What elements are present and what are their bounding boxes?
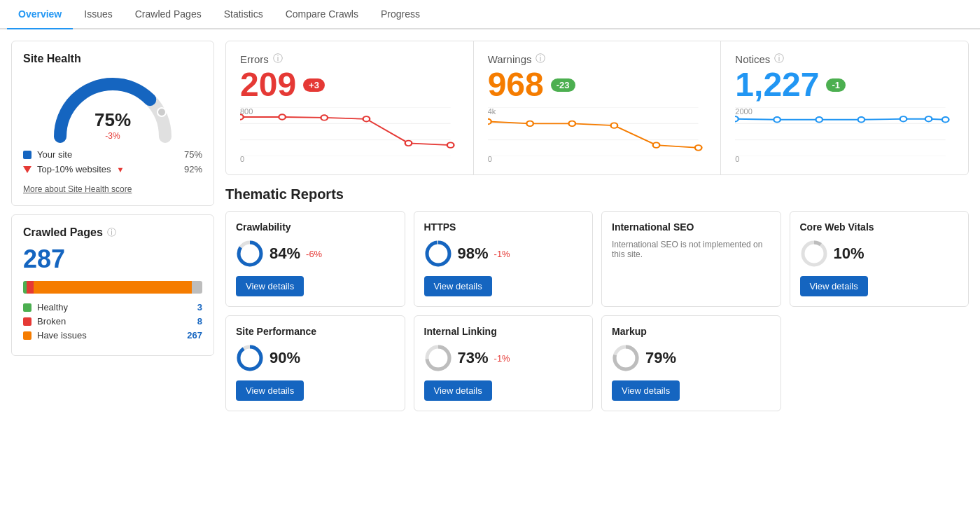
- sidebar: Site Health 75% -3%: [11, 41, 214, 505]
- svg-point-39: [239, 347, 261, 369]
- bar-broken: [27, 281, 34, 294]
- site-performance-score: 90%: [270, 349, 300, 367]
- errors-chart-bottom: 0: [240, 155, 244, 163]
- international-seo-note: International SEO is not implemented on …: [612, 240, 771, 259]
- svg-point-9: [405, 141, 412, 146]
- https-change: -1%: [494, 249, 510, 259]
- report-international-seo: International SEO International SEO is n…: [601, 211, 781, 307]
- tab-progress[interactable]: Progress: [370, 0, 431, 29]
- have-issues-label: Have issues: [37, 330, 87, 341]
- legend-broken: Broken 8: [23, 316, 202, 327]
- chevron-down-icon: ▼: [117, 165, 125, 174]
- thematic-row1: Crawlability 84% -6% View details HTTPS: [225, 211, 969, 307]
- notices-title: Notices: [735, 53, 770, 65]
- notices-line-chart: [735, 107, 954, 156]
- internal-linking-score-row: 73% -1%: [424, 344, 583, 372]
- tab-overview[interactable]: Overview: [7, 0, 73, 29]
- internal-linking-title: Internal Linking: [424, 326, 583, 337]
- svg-point-35: [427, 242, 449, 265]
- healthy-count: 3: [197, 302, 202, 312]
- https-view-btn[interactable]: View details: [424, 276, 492, 296]
- core-web-vitals-score: 10%: [834, 245, 864, 263]
- internal-linking-score: 73%: [458, 349, 489, 367]
- notices-chart-top: 2000: [735, 107, 752, 116]
- errors-chart-top: 800: [240, 107, 253, 116]
- warnings-chart: 4k 0: [488, 107, 707, 163]
- tab-statistics[interactable]: Statistics: [213, 0, 274, 29]
- report-internal-linking: Internal Linking 73% -1% View details: [414, 315, 594, 411]
- have-issues-count: 267: [187, 330, 202, 341]
- tab-compare-crawls[interactable]: Compare Crawls: [274, 0, 370, 29]
- metrics-row: Errors ⓘ 209 +3 800: [225, 41, 969, 175]
- markup-score: 79%: [645, 349, 676, 367]
- thematic-reports-title: Thematic Reports: [225, 186, 969, 202]
- core-web-vitals-score-row: 10%: [800, 240, 959, 268]
- svg-point-20: [695, 145, 702, 150]
- svg-point-6: [279, 114, 286, 119]
- site-performance-title: Site Performance: [236, 326, 395, 337]
- svg-point-30: [925, 116, 932, 121]
- internal-linking-change: -1%: [494, 353, 510, 364]
- crawlability-view-btn[interactable]: View details: [236, 276, 304, 296]
- site-performance-donut: [236, 344, 264, 372]
- svg-point-25: [735, 116, 738, 121]
- svg-point-10: [447, 142, 454, 147]
- https-title: HTTPS: [424, 221, 583, 233]
- markup-score-row: 79%: [612, 344, 771, 372]
- more-site-health-link[interactable]: More about Site Health score: [23, 184, 132, 194]
- crawlability-score: 84%: [270, 245, 300, 263]
- svg-point-31: [942, 117, 949, 122]
- tab-bar: Overview Issues Crawled Pages Statistics…: [0, 0, 980, 29]
- site-health-gauge: 75% -3%: [23, 74, 202, 144]
- crawlability-score-row: 84% -6%: [236, 240, 395, 268]
- crawlability-change: -6%: [306, 249, 322, 259]
- svg-point-8: [363, 116, 370, 121]
- markup-title: Markup: [612, 326, 771, 337]
- errors-line-chart: [240, 107, 459, 156]
- legend-your-site: Your site 75%: [23, 149, 202, 160]
- crawled-pages-card: Crawled Pages ⓘ 287 Healthy 3 Broken 8: [11, 214, 214, 356]
- crawlability-donut: [236, 240, 264, 268]
- svg-point-27: [816, 117, 823, 122]
- svg-point-15: [488, 119, 491, 124]
- svg-point-17: [568, 121, 575, 126]
- crawlability-title: Crawlability: [236, 221, 395, 233]
- markup-view-btn[interactable]: View details: [612, 380, 680, 401]
- notices-value: 1,227: [735, 68, 819, 102]
- broken-label: Broken: [37, 316, 66, 327]
- svg-point-19: [652, 142, 659, 147]
- crawled-bar: [23, 281, 202, 294]
- healthy-label: Healthy: [37, 302, 68, 312]
- gauge-percent: 75%: [94, 109, 131, 131]
- warnings-title: Warnings: [488, 53, 532, 65]
- notices-chart-bottom: 0: [735, 155, 739, 163]
- legend-your-site-label: Your site: [37, 149, 72, 160]
- site-performance-score-row: 90%: [236, 344, 395, 372]
- warnings-badge: -23: [551, 78, 575, 92]
- green-dot-icon: [23, 303, 31, 312]
- warnings-line-chart: [488, 107, 707, 156]
- international-seo-title: International SEO: [612, 221, 771, 233]
- warnings-chart-bottom: 0: [488, 155, 492, 163]
- site-health-title: Site Health: [23, 53, 202, 65]
- warnings-info-icon: ⓘ: [536, 53, 545, 65]
- tab-crawled-pages[interactable]: Crawled Pages: [124, 0, 213, 29]
- red-dot-icon: [23, 317, 31, 326]
- core-web-vitals-view-btn[interactable]: View details: [800, 276, 868, 296]
- svg-point-28: [858, 117, 865, 122]
- svg-point-29: [900, 116, 907, 121]
- site-performance-view-btn[interactable]: View details: [236, 380, 304, 401]
- crawled-pages-info-icon: ⓘ: [107, 226, 116, 239]
- notices-chart: 2000 0: [735, 107, 954, 163]
- internal-linking-view-btn[interactable]: View details: [424, 380, 492, 401]
- svg-point-18: [610, 123, 617, 128]
- main-content: Site Health 75% -3%: [0, 29, 980, 516]
- svg-point-36: [803, 242, 825, 265]
- https-donut: [424, 240, 452, 268]
- legend-healthy: Healthy 3: [23, 302, 202, 312]
- tab-issues[interactable]: Issues: [73, 0, 123, 29]
- report-markup: Markup 79% View details: [601, 315, 781, 411]
- errors-title: Errors: [240, 53, 269, 65]
- errors-value: 209: [240, 68, 296, 102]
- https-score-row: 98% -1%: [424, 240, 583, 268]
